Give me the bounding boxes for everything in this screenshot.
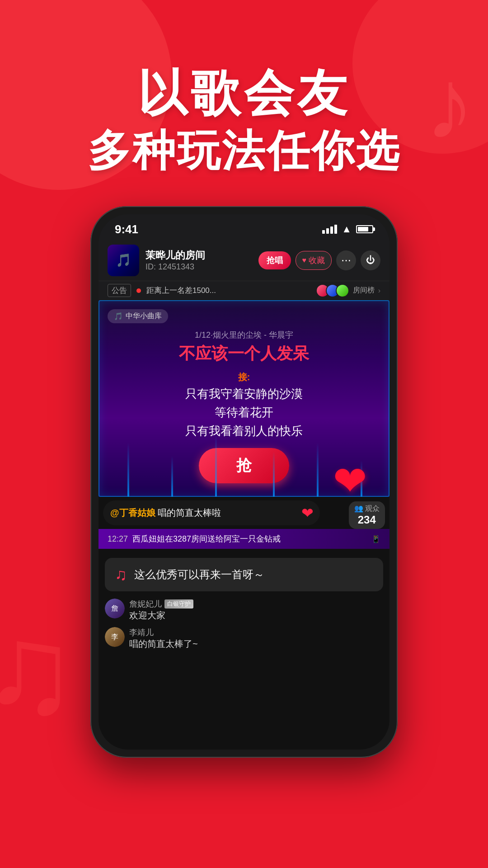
rank-avatars [316, 284, 349, 297]
audience-count: 234 [354, 514, 380, 526]
light-beam-5 [317, 443, 319, 497]
comment-user-tag: @丁香姑娘 [110, 508, 155, 518]
gift-time: 12:27 [108, 534, 128, 544]
audience-icon: 👥 观众 [354, 504, 380, 514]
comment-overlay-bubble: @丁香姑娘 唱的简直太棒啦 ❤ [103, 500, 320, 525]
chat-area: ♫ 这么优秀可以再来一首呀～ 詹 詹妮妃儿 白银守护 [99, 549, 389, 657]
power-button[interactable]: ⏻ [361, 250, 380, 270]
notice-text: 距离上一名差1500... [146, 285, 310, 296]
chat-section: @丁香姑娘 唱的简直太棒啦 ❤ 12:27 西瓜妞姐在3287房间送给阿宝一只金… [99, 497, 389, 749]
grab-sing-button[interactable]: 抢唱 [258, 251, 291, 269]
hero-title-line2: 多种玩法任你选 [0, 123, 488, 179]
collect-button[interactable]: ♥ 收藏 [296, 251, 332, 270]
chat-message-1: 詹 詹妮妃儿 白银守护 欢迎大家 [99, 596, 389, 624]
next-lyric-3: 只有我看着别人的快乐 [108, 423, 380, 439]
light-beam-2 [171, 456, 173, 497]
more-options-button[interactable]: ⋯ [336, 250, 356, 270]
library-tag: 🎵 中华小曲库 [108, 309, 168, 323]
phone-outer: 9:41 ▲ [90, 206, 398, 758]
room-action-buttons: 抢唱 ♥ 收藏 ⋯ ⏻ [258, 250, 381, 270]
gift-notification: 12:27 西瓜妞姐在3287房间送给阿宝一只金钻戒 📱 [99, 529, 389, 549]
library-name: 中华小曲库 [126, 311, 162, 321]
notice-tag: 公告 [108, 284, 131, 297]
light-beam-1 [127, 443, 129, 497]
next-label: 接: [238, 372, 250, 382]
chat-avatar-2: 李 [105, 627, 125, 647]
chevron-right-icon: › [378, 287, 380, 295]
chat-username-2: 李靖儿 [129, 627, 198, 638]
phone-screen: 9:41 ▲ [99, 214, 389, 750]
room-name: 茉晔儿的房间 [145, 249, 252, 262]
rank-info[interactable]: 房间榜 › [316, 284, 380, 297]
chat-msg-2: 唱的简直太棒了~ [129, 638, 198, 650]
silver-badge: 白银守护 [164, 599, 193, 609]
comment-heart-icon: ❤ [301, 505, 314, 522]
light-beam-3 [215, 434, 217, 497]
phone-inner: 9:41 ▲ [99, 214, 389, 750]
next-lyric-2: 等待着花开 [108, 405, 380, 420]
music-note-icon: ♫ [115, 565, 127, 584]
battery-icon [356, 225, 373, 233]
song-number: 1/12·烟火里的尘埃 - 华晨宇 [108, 330, 380, 340]
hero-title-line1: 以歌会友 [0, 63, 488, 123]
chat-username-1: 詹妮妃儿 白银守护 [129, 599, 193, 609]
music-suggestion-bubble: ♫ 这么优秀可以再来一首呀～ [105, 558, 383, 591]
chat-content-1: 詹妮妃儿 白银守护 欢迎大家 [129, 599, 193, 622]
live-dot [136, 288, 141, 293]
grab-button[interactable]: 抢 [199, 448, 289, 483]
comment-overlay-text: @丁香姑娘 唱的简直太棒啦 [110, 507, 221, 519]
chat-message-2: 李 李靖儿 唱的简直太棒了~ [99, 624, 389, 653]
signal-icon [322, 225, 337, 234]
notice-bar: 公告 距离上一名差1500... 房间榜 › [99, 281, 389, 300]
hero-section: 以歌会友 多种玩法任你选 [0, 0, 488, 179]
room-info: 茉晔儿的房间 ID: 12451343 [145, 249, 252, 272]
chat-content-2: 李靖儿 唱的简直太棒了~ [129, 627, 198, 650]
music-note-icon: 🎵 [114, 312, 123, 321]
light-beam-4 [273, 452, 275, 497]
status-bar: 9:41 ▲ [99, 214, 389, 240]
next-lyric-label: 接: [108, 371, 380, 383]
chat-avatar-1: 詹 [105, 599, 125, 618]
room-avatar: 🎵 [108, 245, 139, 276]
next-lyric-1: 只有我守着安静的沙漠 [108, 386, 380, 402]
chat-msg-1: 欢迎大家 [129, 609, 193, 622]
heart-big-icon: ❤ [333, 461, 367, 497]
rank-label: 房间榜 [353, 286, 375, 295]
song-area: 🎵 中华小曲库 1/12·烟火里的尘埃 - 华晨宇 不应该一个人发呆 接: 只有… [99, 300, 389, 497]
floating-heart: ❤ [333, 461, 367, 497]
audience-badge: 👥 观众 234 [349, 501, 385, 529]
heart-icon: ♥ [302, 256, 307, 264]
music-suggestion-text: 这么优秀可以再来一首呀～ [134, 567, 264, 582]
gift-text: 西瓜妞姐在3287房间送给阿宝一只金钻戒 [132, 533, 367, 544]
phone-mockup-wrapper: 9:41 ▲ [0, 206, 488, 758]
wifi-icon: ▲ [342, 223, 352, 235]
rank-avatar-3 [336, 284, 349, 297]
room-id: ID: 12451343 [145, 262, 252, 272]
gift-diamond-icon: 📱 [371, 535, 380, 543]
status-time: 9:41 [115, 222, 138, 236]
room-header: 🎵 茉晔儿的房间 ID: 12451343 抢唱 ♥ 收藏 ⋯ ⏻ [99, 240, 389, 281]
current-lyric: 不应该一个人发呆 [108, 343, 380, 364]
status-icons: ▲ [322, 223, 373, 235]
